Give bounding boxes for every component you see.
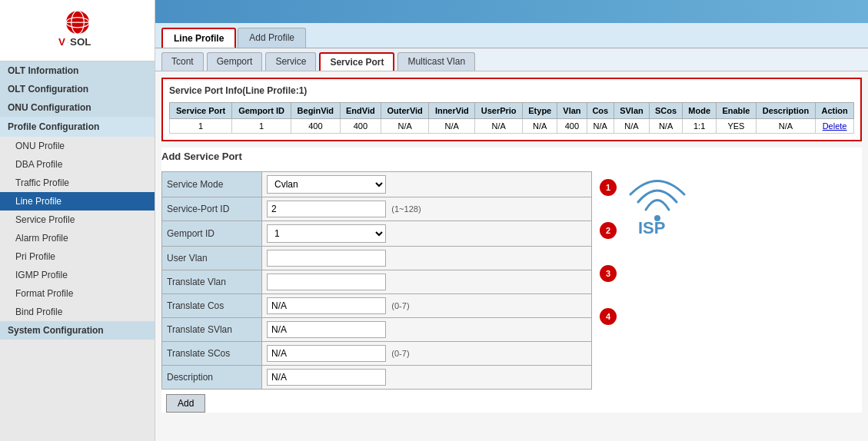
cell-outer-vid: N/A (381, 119, 429, 134)
cell-vlan: 400 (557, 119, 587, 134)
sidebar-item-olt-configuration[interactable]: OLT Configuration (0, 80, 155, 98)
add-service-port-form: Service Mode Cvlan Svlan Transparent Ser… (161, 171, 592, 390)
col-service-port: Service Port (170, 103, 232, 119)
cell-etype: N/A (523, 119, 557, 134)
subtab-service[interactable]: Service (265, 52, 316, 71)
sidebar-item-traffic-profile[interactable]: Traffic Profile (0, 174, 155, 192)
label-translate-vlan: Translate Vlan (162, 270, 262, 294)
form-row-description: Description (162, 366, 592, 390)
col-inner-vid: InnerVid (429, 103, 475, 119)
col-user-prio: UserPrio (475, 103, 523, 119)
sub-tab-bar: Tcont Gemport Service Service Port Multi… (155, 48, 868, 71)
main-content: Line Profile Add Profile Tcont Gemport S… (155, 0, 868, 441)
tab-add-profile[interactable]: Add Profile (238, 28, 306, 48)
service-port-table: Service Port Gemport ID BeginVid EndVid … (169, 102, 854, 134)
form-row-user-vlan: User Vlan (162, 247, 592, 270)
main-tab-bar: Line Profile Add Profile (155, 23, 868, 48)
label-service-port-id: Service-Port ID (162, 197, 262, 221)
add-service-port-section: Add Service Port Service Mode Cvlan Svla… (161, 148, 862, 413)
cell-mode: 1:1 (683, 119, 717, 134)
hint-translate-cos: (0-7) (391, 301, 409, 310)
sidebar-item-onu-profile[interactable]: ONU Profile (0, 137, 155, 155)
input-translate-vlan[interactable] (267, 274, 386, 290)
svg-text:SOL: SOL (70, 36, 91, 48)
sidebar-item-line-profile[interactable]: Line Profile (0, 192, 155, 211)
form-row-service-mode: Service Mode Cvlan Svlan Transparent (162, 172, 592, 197)
select-gemport-id[interactable]: 1 2 3 4 (267, 224, 386, 243)
col-vlan: Vlan (557, 103, 587, 119)
step-1: 1 (600, 179, 617, 196)
subtab-multicast-vlan[interactable]: Multicast Vlan (397, 52, 475, 71)
add-service-port-title: Add Service Port (161, 148, 862, 165)
col-scos: SCos (649, 103, 682, 119)
label-translate-scos: Translate SCos (162, 342, 262, 366)
sidebar-item-bind-profile[interactable]: Bind Profile (0, 303, 155, 321)
cell-end-vid: 400 (340, 119, 381, 134)
form-row-translate-cos: Translate Cos (0-7) (162, 294, 592, 318)
sidebar-item-igmp-profile[interactable]: IGMP Profile (0, 266, 155, 284)
hint-service-port-id: (1~128) (391, 204, 421, 214)
sidebar-item-pri-profile[interactable]: Pri Profile (0, 247, 155, 266)
top-banner (155, 0, 868, 23)
input-service-port-id[interactable] (267, 201, 386, 217)
table-row: 1 1 400 400 N/A N/A N/A N/A 400 N/A N/A … (170, 119, 854, 134)
delete-link[interactable]: Delete (823, 121, 847, 131)
input-translate-svlan[interactable] (267, 321, 386, 338)
cell-svlan: N/A (614, 119, 650, 134)
cell-user-prio: N/A (475, 119, 523, 134)
service-port-info-box: Service Port Info(Line Profile:1) Servic… (161, 78, 862, 141)
step-3: 3 (600, 265, 617, 282)
sidebar-item-system-configuration[interactable]: System Configuration (0, 321, 155, 340)
sidebar-section-profile-configuration[interactable]: Profile Configuration (0, 117, 155, 137)
step-2: 2 (600, 222, 617, 239)
sidebar-item-olt-information[interactable]: OLT Information (0, 61, 155, 80)
content-area: Line Profile Add Profile Tcont Gemport S… (155, 23, 868, 441)
col-gemport-id: Gemport ID (232, 103, 291, 119)
sidebar-item-dba-profile[interactable]: DBA Profile (0, 155, 155, 174)
cell-cos: N/A (587, 119, 614, 134)
col-outer-vid: OuterVid (381, 103, 429, 119)
select-service-mode[interactable]: Cvlan Svlan Transparent (267, 175, 386, 194)
logo-area: V · SOL (0, 0, 155, 61)
sidebar-item-alarm-profile[interactable]: Alarm Profile (0, 229, 155, 247)
subtab-tcont[interactable]: Tcont (161, 52, 204, 71)
svg-text:ISP: ISP (638, 218, 665, 237)
sidebar: V · SOL OLT Information OLT Configuratio… (0, 0, 155, 441)
cell-inner-vid: N/A (429, 119, 475, 134)
cell-enable: YES (717, 119, 757, 134)
sidebar-item-onu-configuration[interactable]: ONU Configuration (0, 98, 155, 117)
form-row-translate-vlan: Translate Vlan (162, 270, 592, 294)
step-4: 4 (600, 308, 617, 325)
label-translate-svlan: Translate SVlan (162, 318, 262, 342)
sidebar-item-format-profile[interactable]: Format Profile (0, 284, 155, 303)
tab-line-profile[interactable]: Line Profile (161, 28, 236, 48)
sidebar-item-service-profile[interactable]: Service Profile (0, 211, 155, 229)
col-mode: Mode (683, 103, 717, 119)
form-row-service-port-id: Service-Port ID (1~128) (162, 197, 592, 221)
col-svlan: SVlan (614, 103, 650, 119)
subtab-service-port[interactable]: Service Port (319, 52, 394, 71)
col-etype: Etype (523, 103, 557, 119)
add-button[interactable]: Add (166, 394, 205, 413)
input-description[interactable] (267, 369, 386, 386)
service-port-info-title: Service Port Info(Line Profile:1) (169, 85, 854, 96)
input-translate-scos[interactable] (267, 345, 386, 362)
label-service-mode: Service Mode (162, 172, 262, 197)
vsol-logo: V · SOL (39, 8, 116, 54)
input-user-vlan[interactable] (267, 250, 386, 267)
col-begin-vid: BeginVid (291, 103, 341, 119)
col-cos: Cos (587, 103, 614, 119)
col-end-vid: EndVid (340, 103, 381, 119)
col-enable: Enable (717, 103, 757, 119)
isp-logo: ISP (623, 175, 700, 239)
form-row-translate-scos: Translate SCos (0-7) (162, 342, 592, 366)
form-row-gemport-id: Gemport ID 1 2 3 4 (162, 221, 592, 247)
svg-text:·: · (67, 39, 68, 44)
input-translate-cos[interactable] (267, 297, 386, 314)
label-description: Description (162, 366, 262, 390)
svg-text:V: V (58, 36, 65, 48)
cell-action[interactable]: Delete (816, 119, 854, 134)
subtab-gemport[interactable]: Gemport (207, 52, 263, 71)
label-gemport-id: Gemport ID (162, 221, 262, 247)
col-action: Action (816, 103, 854, 119)
